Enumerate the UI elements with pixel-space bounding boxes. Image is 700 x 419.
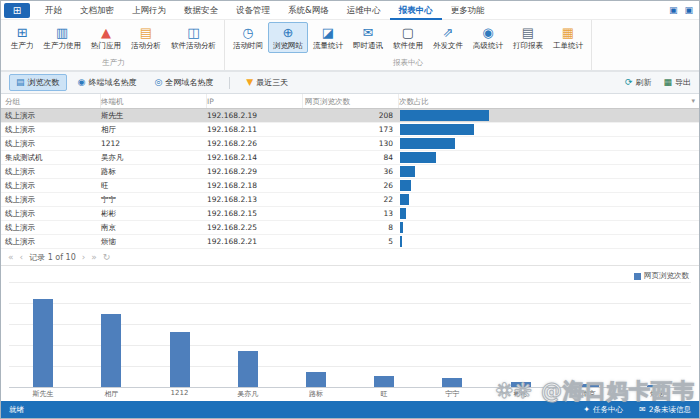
browse-websites-button[interactable]: ⊕浏览网站 (268, 22, 308, 53)
chart-bar-column (282, 281, 350, 387)
cell-group: 线上演示 (1, 139, 101, 149)
tab-label: 全网域名热度 (165, 77, 213, 88)
menu-tab[interactable]: 运维中心 (338, 1, 390, 20)
ribbon-group-buttons: ◷活动时间⊕浏览网站◪流量统计✉即时通讯▢软件使用⇗外发文件◉高级统计▤打印报表… (228, 22, 588, 57)
chart-bar-column (486, 281, 554, 387)
column-header[interactable]: 分组 (1, 94, 101, 108)
table-row[interactable]: 线上演示烦恼192.168.2.215 (1, 235, 699, 249)
activity-analysis-button[interactable]: ▤活动分析 (126, 22, 166, 53)
globe-heat-icon: ◎ (154, 78, 162, 87)
menu-tab[interactable]: 报表中心 (390, 1, 442, 20)
cell-ip: 192.168.2.11 (207, 125, 303, 134)
ratio-bar (400, 180, 411, 191)
ratio-bar (400, 138, 455, 149)
cell-count: 13 (303, 209, 399, 218)
ribbon-group-label: 生产力 (6, 57, 221, 70)
app-logo-button[interactable]: ⊞ (4, 3, 30, 18)
table-row[interactable]: 线上演示斯先生192.168.2.19208 (1, 109, 699, 123)
refresh-button[interactable]: ⟳刷新 (625, 77, 652, 88)
ribbon-button-label: 高级统计 (473, 41, 503, 51)
column-menu-icon[interactable]: ▾ (691, 94, 695, 109)
pager-last-button[interactable]: » (91, 249, 97, 266)
unread-messages-button[interactable]: ✉ 2条未读信息 (639, 405, 691, 415)
activity-time-button[interactable]: ◷活动时间 (228, 22, 268, 53)
hot-apps-button[interactable]: ▲热门应用 (86, 22, 126, 53)
ticket-stats-button[interactable]: ▦工单统计 (548, 22, 588, 53)
table-row[interactable]: 线上演示1212192.168.2.26130 (1, 137, 699, 151)
task-center-button[interactable]: ✦ 任务中心 (583, 405, 623, 415)
cell-terminal: 烦恼 (101, 237, 207, 247)
window-icon-1[interactable]: ▣ (669, 5, 678, 15)
table-row[interactable]: 线上演示彬彬192.168.2.1513 (1, 207, 699, 221)
chart-bar (579, 384, 599, 387)
column-header-label: 次数占比 (399, 94, 429, 109)
chart-bar (442, 378, 462, 387)
pager-refresh-button[interactable]: ↻ (103, 249, 111, 266)
cell-group: 线上演示 (1, 111, 101, 121)
advanced-stats-button[interactable]: ◉高级统计 (468, 22, 508, 53)
productivity-button[interactable]: ⊞生产力 (6, 22, 39, 53)
table-row[interactable]: 线上演示相厅192.168.2.11173 (1, 123, 699, 137)
cell-count: 22 (303, 195, 399, 204)
column-header[interactable]: 网页浏览次数 (303, 94, 399, 108)
filter-last-3-days-button[interactable]: ▼最近三天 (239, 74, 295, 91)
chart-x-label: 路标 (282, 389, 350, 401)
ribbon-button-label: 即时通讯 (353, 41, 383, 51)
ribbon-button-label: 浏览网站 (273, 41, 303, 51)
grid-icon: ⊞ (13, 5, 21, 16)
table-row[interactable]: 线上演示路标192.168.2.2936 (1, 165, 699, 179)
tab-terminal-domain-heat[interactable]: ◉终端域名热度 (71, 74, 144, 91)
menu-tab[interactable]: 上网行为 (123, 1, 175, 20)
chart-x-label: 宁宁 (418, 389, 486, 401)
export-button[interactable]: ▦导出 (663, 77, 691, 88)
chart-bar (374, 376, 394, 387)
column-header[interactable]: IP (207, 94, 303, 108)
cell-ip: 192.168.2.18 (207, 181, 303, 190)
tab-browse-count[interactable]: ▤浏览次数 (9, 74, 67, 91)
cell-ratio (399, 151, 699, 164)
cell-ratio (399, 165, 699, 178)
ribbon-button-label: 活动时间 (233, 41, 263, 51)
cell-group: 集成测试机 (1, 153, 101, 163)
ribbon-button-label: 软件活动分析 (171, 41, 216, 51)
chart-x-label: 南京 (555, 389, 623, 401)
tab-global-domain-heat[interactable]: ◎全网域名热度 (147, 74, 220, 91)
software-activity-analysis-button[interactable]: ◫软件活动分析 (166, 22, 221, 53)
cell-count: 130 (303, 139, 399, 148)
pager-first-button[interactable]: « (8, 249, 14, 266)
menu-tab[interactable]: 文档加密 (71, 1, 123, 20)
traffic-stats-button[interactable]: ◪流量统计 (308, 22, 348, 53)
column-header[interactable]: 次数占比▾ (399, 94, 699, 108)
table-row[interactable]: 集成测试机吴亦凡192.168.2.1484 (1, 151, 699, 165)
column-header[interactable]: 终端机 (101, 94, 207, 108)
menu-tab[interactable]: 更多功能 (442, 1, 494, 20)
table-row[interactable]: 线上演示旺192.168.2.1826 (1, 179, 699, 193)
menu-tab[interactable]: 开始 (36, 1, 71, 20)
window-controls: ▣▣ (669, 5, 693, 15)
cell-count: 84 (303, 153, 399, 162)
pager-prev-button[interactable]: ‹ (20, 249, 24, 266)
instant-messaging-button[interactable]: ✉即时通讯 (348, 22, 388, 53)
table-row[interactable]: 线上演示南京192.168.2.258 (1, 221, 699, 235)
results-table: 分组终端机IP网页浏览次数次数占比▾ 线上演示斯先生192.168.2.1920… (1, 94, 699, 249)
software-usage-button[interactable]: ▢软件使用 (388, 22, 428, 53)
refresh-icon: ⟳ (625, 78, 633, 87)
menu-tab[interactable]: 设备管理 (227, 1, 279, 20)
action-label: 刷新 (635, 77, 651, 88)
cell-terminal: 1212 (101, 139, 207, 148)
pager-next-button[interactable]: › (82, 249, 86, 266)
menu-tab[interactable]: 数据安全 (175, 1, 227, 20)
ratio-bar (400, 222, 403, 233)
cell-count: 5 (303, 237, 399, 246)
productivity-usage-button[interactable]: ▥生产力使用 (39, 22, 87, 53)
menu-tab[interactable]: 系统&网络 (279, 1, 338, 20)
cell-group: 线上演示 (1, 237, 101, 247)
chart-bar (511, 382, 531, 388)
form-icon: ▦ (562, 25, 574, 40)
outgoing-files-button[interactable]: ⇗外发文件 (428, 22, 468, 53)
window-icon-2[interactable]: ▣ (684, 5, 693, 15)
user-info-icon: ◉ (482, 25, 493, 40)
print-report-button[interactable]: ▤打印报表 (508, 22, 548, 53)
table-row[interactable]: 线上演示宁宁192.168.2.1322 (1, 193, 699, 207)
cell-count: 36 (303, 167, 399, 176)
